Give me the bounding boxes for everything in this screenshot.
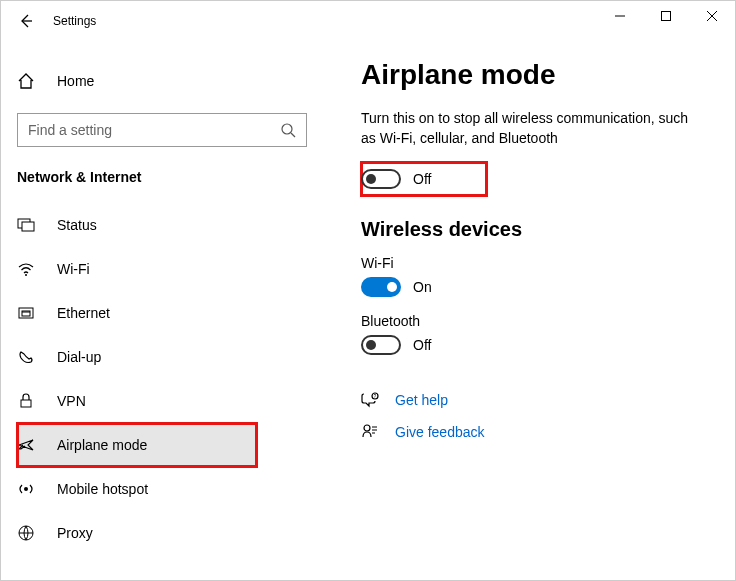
sidebar-item-label: Airplane mode: [57, 437, 147, 453]
sidebar-item-label: Wi-Fi: [57, 261, 90, 277]
wifi-label: Wi-Fi: [361, 255, 705, 271]
proxy-icon: [17, 524, 39, 542]
help-icon: ?: [361, 391, 383, 409]
svg-point-4: [25, 274, 27, 276]
search-input[interactable]: [28, 122, 280, 138]
wifi-toggle-row: On: [361, 277, 705, 297]
wifi-toggle-state: On: [413, 279, 432, 295]
airplane-toggle[interactable]: [361, 169, 401, 189]
sidebar-item-label: Ethernet: [57, 305, 110, 321]
sidebar-item-label: Dial-up: [57, 349, 101, 365]
back-button[interactable]: [17, 13, 35, 29]
search-icon: [280, 122, 296, 138]
search-box[interactable]: [17, 113, 307, 147]
category-header: Network & Internet: [17, 169, 309, 185]
sidebar-item-proxy[interactable]: Proxy: [17, 511, 257, 555]
wifi-toggle[interactable]: [361, 277, 401, 297]
bluetooth-toggle[interactable]: [361, 335, 401, 355]
sidebar-item-wifi[interactable]: Wi-Fi: [17, 247, 257, 291]
window-title: Settings: [53, 14, 96, 28]
minimize-button[interactable]: [597, 1, 643, 31]
svg-point-12: [364, 425, 370, 431]
give-feedback-row[interactable]: Give feedback: [361, 423, 705, 441]
home-nav[interactable]: Home: [17, 61, 309, 101]
sidebar-item-label: Status: [57, 217, 97, 233]
status-icon: [17, 216, 39, 234]
ethernet-icon: [17, 304, 39, 322]
airplane-description: Turn this on to stop all wireless commun…: [361, 109, 705, 148]
wifi-icon: [17, 260, 39, 278]
svg-rect-0: [662, 12, 671, 21]
sidebar-item-vpn[interactable]: VPN: [17, 379, 257, 423]
bluetooth-label: Bluetooth: [361, 313, 705, 329]
sidebar-item-airplane-mode[interactable]: Airplane mode: [17, 423, 257, 467]
page-title: Airplane mode: [361, 59, 705, 91]
vpn-icon: [17, 392, 39, 410]
bluetooth-toggle-row: Off: [361, 335, 705, 355]
get-help-link[interactable]: Get help: [395, 392, 448, 408]
sidebar-item-status[interactable]: Status: [17, 203, 257, 247]
sidebar-item-label: Proxy: [57, 525, 93, 541]
sidebar-item-ethernet[interactable]: Ethernet: [17, 291, 257, 335]
give-feedback-link[interactable]: Give feedback: [395, 424, 485, 440]
maximize-button[interactable]: [643, 1, 689, 31]
svg-point-8: [24, 487, 28, 491]
main-content: Airplane mode Turn this on to stop all w…: [321, 41, 735, 580]
close-button[interactable]: [689, 1, 735, 31]
get-help-row[interactable]: ? Get help: [361, 391, 705, 409]
hotspot-icon: [17, 480, 39, 498]
airplane-icon: [17, 436, 39, 454]
sidebar-item-mobile-hotspot[interactable]: Mobile hotspot: [17, 467, 257, 511]
home-label: Home: [57, 73, 94, 89]
sidebar-item-label: VPN: [57, 393, 86, 409]
bluetooth-toggle-state: Off: [413, 337, 431, 353]
sidebar: Home Network & Internet Status Wi-Fi: [1, 41, 321, 580]
airplane-toggle-state: Off: [413, 171, 431, 187]
airplane-toggle-row: Off: [361, 162, 487, 196]
svg-point-1: [282, 124, 292, 134]
window-controls: [597, 1, 735, 31]
svg-rect-7: [21, 400, 31, 407]
home-icon: [17, 72, 39, 90]
feedback-icon: [361, 423, 383, 441]
dialup-icon: [17, 348, 39, 366]
svg-rect-3: [22, 222, 34, 231]
sidebar-item-dialup[interactable]: Dial-up: [17, 335, 257, 379]
svg-text:?: ?: [374, 393, 377, 399]
wireless-devices-title: Wireless devices: [361, 218, 705, 241]
sidebar-item-label: Mobile hotspot: [57, 481, 148, 497]
